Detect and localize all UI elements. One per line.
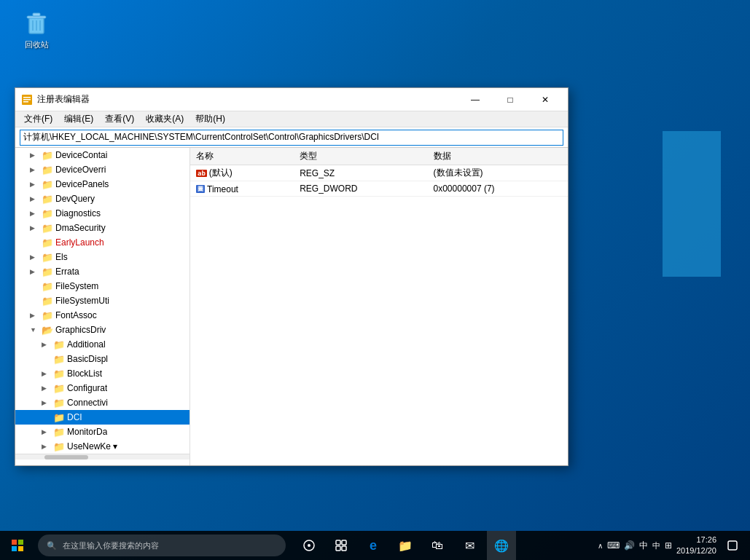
folder-icon: 📁 xyxy=(42,194,53,205)
svg-rect-9 xyxy=(23,101,28,103)
tree-scrollbar xyxy=(15,454,190,460)
reg-icon-dword: 圖 xyxy=(196,185,205,193)
recycle-bin-icon[interactable]: 回收站 xyxy=(15,7,58,50)
tree-label: FileSystem xyxy=(55,281,98,291)
address-input[interactable] xyxy=(20,130,563,146)
explorer-button[interactable]: 📁 xyxy=(391,531,420,560)
tree-label: DeviceOverri xyxy=(55,165,106,175)
tree-item-devicecontai[interactable]: ▶ 📁 DeviceContai xyxy=(15,148,190,162)
tree-item-filesystem[interactable]: 📁 FileSystem xyxy=(15,279,190,293)
search-icon: 🔍 xyxy=(47,541,57,551)
registry-row-timeout[interactable]: 圖 Timeout REG_DWORD 0x00000007 (7) xyxy=(190,181,568,197)
menu-edit[interactable]: 编辑(E) xyxy=(58,111,99,127)
folder-icon: 📁 xyxy=(53,368,65,379)
reg-type-timeout: REG_DWORD xyxy=(294,181,427,197)
taskbar-caret-icon[interactable]: ∧ xyxy=(598,542,603,550)
folder-icon: 📁 xyxy=(42,165,53,176)
folder-icon: 📁 xyxy=(53,441,65,452)
tree-item-configurat[interactable]: ▶ 📁 Configurat xyxy=(15,381,190,395)
start-button[interactable] xyxy=(0,531,35,560)
tree-label: BlockList xyxy=(67,368,102,379)
tree-item-earlylaunch[interactable]: 📁 EarlyLaunch xyxy=(15,235,190,250)
tree-label: DmaSecurity xyxy=(55,223,106,233)
notification-button[interactable] xyxy=(721,531,744,560)
expand-arrow: ▶ xyxy=(42,384,53,392)
regedit-taskbar-button[interactable]: 🌐 xyxy=(487,531,516,560)
folder-icon: 📁 xyxy=(42,150,53,161)
expand-arrow: ▶ xyxy=(30,210,42,217)
tree-label: GraphicsDriv xyxy=(55,325,106,335)
svg-rect-7 xyxy=(23,97,31,98)
tree-item-dmasecurity[interactable]: ▶ 📁 DmaSecurity xyxy=(15,221,190,235)
reg-data-default: (数值未设置) xyxy=(428,165,568,181)
tree-label: DevQuery xyxy=(55,194,95,204)
taskbar-datetime[interactable]: 17:26 2019/12/20 xyxy=(676,535,716,557)
search-placeholder: 在这里输入你要搜索的内容 xyxy=(63,540,159,551)
folder-icon: 📁 xyxy=(42,237,53,248)
tree-item-basicdispl[interactable]: 📁 BasicDispl xyxy=(15,352,190,366)
tree-label: MonitorDa xyxy=(67,427,107,437)
tree-item-graphicsdriv[interactable]: ▼ 📂 GraphicsDriv xyxy=(15,323,190,337)
tree-label: DevicePanels xyxy=(55,179,109,189)
tree-item-devicepanels[interactable]: ▶ 📁 DevicePanels xyxy=(15,177,190,192)
menu-favorites[interactable]: 收藏夹(A) xyxy=(140,111,190,127)
col-type: 类型 xyxy=(294,148,427,165)
tree-item-deviceoverri[interactable]: ▶ 📁 DeviceOverri xyxy=(15,162,190,177)
tree-item-diagnostics[interactable]: ▶ 📁 Diagnostics xyxy=(15,206,190,221)
recycle-bin-label: 回收站 xyxy=(25,39,49,50)
tree-label: Errata xyxy=(55,267,79,277)
menu-view[interactable]: 查看(V) xyxy=(99,111,140,127)
tree-item-usenewke[interactable]: ▶ 📁 UseNewKe ▾ xyxy=(15,439,190,454)
expand-arrow: ▶ xyxy=(30,181,42,188)
reg-name-default: ab (默认) xyxy=(190,165,294,181)
tree-label: DeviceContai xyxy=(55,150,107,160)
tree-item-blocklist[interactable]: ▶ 📁 BlockList xyxy=(15,366,190,381)
menu-bar: 文件(F) 编辑(E) 查看(V) 收藏夹(A) 帮助(H) xyxy=(15,111,568,127)
svg-rect-12 xyxy=(12,546,17,551)
tree-item-errata[interactable]: ▶ 📁 Errata xyxy=(15,264,190,279)
expand-arrow: ▶ xyxy=(30,312,42,319)
tree-item-additional[interactable]: ▶ 📁 Additional xyxy=(15,337,190,352)
tree-label: EarlyLaunch xyxy=(55,237,104,248)
taskview-button[interactable] xyxy=(294,531,324,560)
taskbar-time-value: 17:26 xyxy=(676,535,716,545)
folder-icon: 📁 xyxy=(53,412,65,423)
tree-item-monitorda[interactable]: ▶ 📁 MonitorDa xyxy=(15,425,190,439)
taskbar-search[interactable]: 🔍 在这里输入你要搜索的内容 xyxy=(38,535,286,556)
tree-item-fontassoc[interactable]: ▶ 📁 FontAssoc xyxy=(15,308,190,323)
taskbar-keyboard-icon[interactable]: ⌨ xyxy=(607,540,620,551)
tree-item-dci[interactable]: 📁 DCI xyxy=(15,410,190,425)
tree-item-filesystemuti[interactable]: 📁 FileSystemUti xyxy=(15,293,190,308)
svg-rect-10 xyxy=(12,540,17,545)
mail-button[interactable]: ✉ xyxy=(455,531,484,560)
folder-icon: 📁 xyxy=(53,354,65,365)
menu-file[interactable]: 文件(F) xyxy=(18,111,58,127)
taskbar-lang: 中 xyxy=(639,540,648,552)
folder-icon: 📁 xyxy=(42,179,53,190)
values-table: 名称 类型 数据 ab (默认) xyxy=(190,148,568,197)
tree-item-els[interactable]: ▶ 📁 Els xyxy=(15,250,190,264)
reg-name-timeout: 圖 Timeout xyxy=(190,181,294,197)
store-button[interactable]: 🛍 xyxy=(423,531,452,560)
tree-item-connectivi[interactable]: ▶ 📁 Connectivi xyxy=(15,395,190,410)
tree-item-devquery[interactable]: ▶ 📁 DevQuery xyxy=(15,192,190,206)
multitasking-button[interactable] xyxy=(327,531,356,560)
taskbar-volume-icon[interactable]: 🔊 xyxy=(624,540,635,551)
close-button[interactable]: ✕ xyxy=(528,90,562,110)
desktop: 回收站 注册表编辑器 — □ ✕ 文件(F) 编辑(E) 查看(V) 收藏夹(A… xyxy=(0,0,750,560)
minimize-button[interactable]: — xyxy=(458,90,492,110)
edge-button[interactable]: e xyxy=(359,531,388,560)
expand-arrow: ▶ xyxy=(42,443,53,450)
maximize-button[interactable]: □ xyxy=(493,90,527,110)
svg-point-15 xyxy=(308,544,310,547)
menu-help[interactable]: 帮助(H) xyxy=(190,111,231,127)
taskbar-grid-icon[interactable]: ⊞ xyxy=(665,540,672,551)
decorative-tile xyxy=(663,131,721,277)
window-title: 注册表编辑器 xyxy=(37,93,458,106)
reg-icon-ab: ab xyxy=(196,170,207,177)
registry-row-default[interactable]: ab (默认) REG_SZ (数值未设置) xyxy=(190,165,568,181)
folder-icon: 📁 xyxy=(42,281,53,292)
taskbar-ime-icon[interactable]: 中 xyxy=(652,540,660,551)
folder-icon: 📁 xyxy=(42,252,53,263)
reg-data-timeout: 0x00000007 (7) xyxy=(428,181,568,197)
